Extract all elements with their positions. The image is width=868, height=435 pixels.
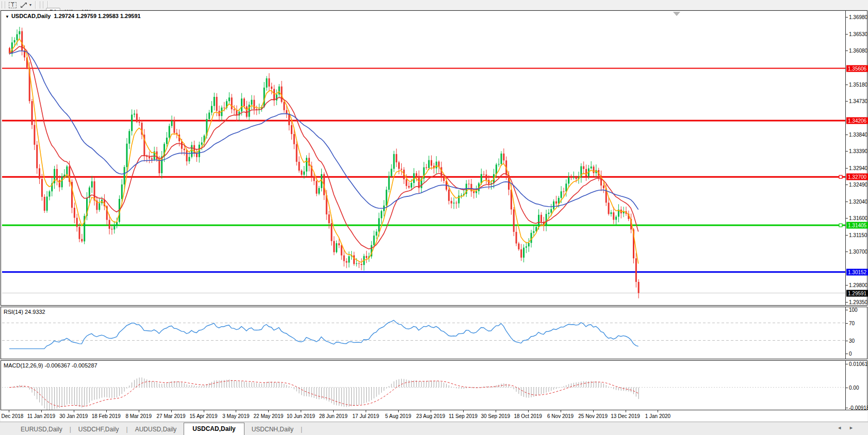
date-axis-label: 24 Dec 2018 [0,413,23,419]
quote-close: 1.29591 [120,13,141,19]
timeframe-m15[interactable]: M15 [78,0,96,2]
tab-usdchf-daily[interactable]: USDCHF,Daily [71,424,126,435]
arrows-dropdown-caret[interactable]: ▾ [29,3,31,7]
macd-label: MACD(12,26,9) [4,362,43,369]
date-axis-label: 18 Feb 2019 [92,413,121,419]
timeframe-m5[interactable]: M5 [62,0,77,2]
date-axis-label: 8 Mar 2019 [125,413,152,419]
timeframe-m30[interactable]: M30 [97,0,116,2]
macd-axis-label: 0.010615 [849,361,868,367]
price-axis-tickmark [845,252,848,252]
date-axis-label: 1 Jan 2020 [645,413,671,419]
chart-title: ▼USDCAD,Daily 1.29724 1.29759 1.29583 1.… [5,13,141,19]
text-tool-icon: T [9,2,16,8]
text-tool-button[interactable]: T [8,1,17,9]
macd-axis-tickmark [845,388,848,388]
tab-scroll-right-arrow[interactable]: ► [849,425,861,430]
price-axis-label: 1.30700 [849,249,867,255]
chart-shift-marker[interactable] [673,12,680,16]
macd-chart [1,361,867,410]
date-axis[interactable]: 24 Dec 201811 Jan 201930 Jan 201918 Feb … [1,410,867,422]
tab-audusd-daily[interactable]: AUDUSD,Daily [128,424,184,435]
price-chart-panel[interactable]: 1.369801.365301.360801.351801.347301.338… [1,10,867,306]
macd-values: -0.006367 -0.005287 [44,362,97,369]
candlestick-chart[interactable] [1,11,867,305]
macd-axis-line [845,361,846,410]
rsi-axis-line [845,307,846,359]
price-axis-label: 1.36080 [849,48,867,54]
hline-handle[interactable] [839,224,842,227]
price-axis-label: 1.35180 [849,81,867,87]
price-axis-tickmark [845,17,848,18]
candles [9,27,640,298]
collapse-icon[interactable]: ▼ [5,14,9,19]
price-axis-label: 1.36980 [849,14,867,20]
rsi-axis-label: 70 [849,320,855,326]
price-axis-label: 1.31150 [849,232,867,238]
price-axis-tickmark [845,101,848,102]
timeframe-m1[interactable]: M1 [46,0,61,2]
price-axis-tickmark [845,302,848,303]
price-axis-line [845,11,846,305]
date-axis-tick [626,410,626,412]
price-axis-label: 1.33390 [849,148,867,154]
date-axis-label: 30 Sep 2019 [481,413,510,419]
tab-separator: | [301,424,302,435]
date-axis-tick [658,410,658,412]
date-axis-tick [561,410,561,412]
tab-usdcad-daily[interactable]: USDCAD,Daily [184,423,244,435]
toolbar-grip[interactable] [2,2,5,8]
price-axis-tickmark [845,185,848,185]
tab-eurusd-daily[interactable]: EURUSD,Daily [13,424,70,435]
date-axis-label: 6 Nov 2019 [547,413,574,419]
quote-low: 1.29583 [98,13,119,19]
timeframe-h1[interactable]: H1 [117,0,131,2]
price-axis-tickmark [845,151,848,152]
date-axis-label: 5 Aug 2019 [385,413,412,419]
price-axis-label: 1.34730 [849,98,867,104]
price-axis-label: 1.29350 [849,299,867,305]
hline-price-tag[interactable]: 1.30152 [846,269,868,275]
timeframe-h4[interactable]: H4 [132,0,146,2]
date-axis-tick [236,410,236,412]
price-axis-tickmark [845,235,848,236]
date-axis-label: 3 May 2019 [222,413,249,419]
rsi-label: RSI(14) [4,309,23,315]
date-axis-label: 13 Dec 2019 [611,413,640,419]
macd-axis-label: 0.00 [849,384,859,390]
date-axis-label: 25 Nov 2019 [578,413,608,419]
rsi-axis-tickmark [845,354,848,354]
date-axis-label: 11 Sep 2019 [449,413,478,419]
date-axis-label: 10 Jun 2019 [287,413,315,419]
chart-symbol: USDCAD,Daily [11,13,51,19]
date-axis-tick [366,410,366,412]
macd-panel[interactable]: 0.0106150.00-0.009181 MACD(12,26,9) -0.0… [1,360,867,410]
toolbar: T ▾ M1M5M15M30H1H4D1W1MN [0,0,868,10]
date-axis-tick [463,410,464,412]
rsi-axis-label: 100 [849,307,858,313]
rsi-axis-tickmark [845,323,848,324]
price-axis-label: 1.29800 [849,282,867,288]
price-axis-tickmark [845,34,848,35]
rsi-value: 24.9332 [25,309,45,315]
date-axis-tick [431,410,431,412]
tab-scroll-left-arrow[interactable]: ◄ [837,425,849,430]
toolbar-grip2[interactable] [40,2,43,8]
price-axis-label: 1.32940 [849,165,867,171]
price-axis-tickmark [845,218,848,219]
hline-price-tag[interactable]: 1.31405 [846,222,868,229]
price-axis-label: 1.36530 [849,31,867,37]
price-axis-tickmark [845,51,848,51]
hline-price-tag[interactable]: 1.35606 [846,65,868,72]
arrows-tool-button[interactable] [19,1,28,9]
date-axis-tick [496,410,496,412]
hline-price-tag[interactable]: 1.34206 [846,118,868,124]
rsi-panel[interactable]: 10070300 RSI(14) 24.9332 [1,307,867,359]
date-axis-tick [398,410,399,412]
hline-handle[interactable] [839,175,842,178]
date-axis-label: 15 Apr 2019 [190,413,218,419]
tab-usdcnh-daily[interactable]: USDCNH,Daily [244,424,301,435]
date-axis-tick [301,410,301,412]
rsi-axis-tickmark [845,341,848,341]
hline-price-tag[interactable]: 1.32700 [846,174,868,180]
